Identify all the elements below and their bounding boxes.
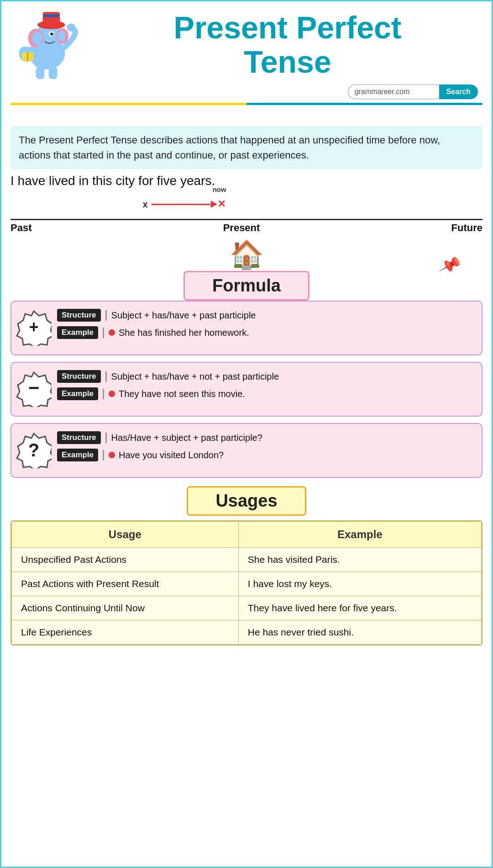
- formula-card-positive: + Structure Subject + has/have + past pa…: [10, 301, 483, 355]
- formula-cards: + Structure Subject + has/have + past pa…: [10, 301, 483, 478]
- usage-cell: Unspecified Past Actions: [12, 548, 239, 572]
- elephant-illustration: [10, 6, 93, 81]
- example-tag: Example: [57, 326, 98, 339]
- formula-heading-wrap: Formula: [1, 271, 492, 301]
- table-row: Actions Continuing Until Now They have l…: [12, 596, 482, 620]
- search-bar-area: Search: [1, 81, 492, 99]
- svg-point-9: [50, 32, 53, 36]
- red-dot-icon: [109, 391, 115, 397]
- example-cell: She has visited Paris.: [238, 548, 481, 572]
- svg-text:?: ?: [28, 440, 39, 460]
- structure-row: Structure Subject + has/have + past part…: [57, 309, 474, 322]
- svg-point-5: [32, 32, 42, 45]
- example-tag: Example: [57, 449, 98, 461]
- table-row: Past Actions with Present Result I have …: [12, 572, 482, 596]
- structure-tag: Structure: [57, 431, 101, 444]
- svg-rect-17: [49, 67, 58, 79]
- example-cell: I have lost my keys.: [238, 572, 481, 596]
- usages-table-wrapper: Usage Example Unspecified Past Actions S…: [10, 520, 483, 646]
- timeline-labels: Past Present Future: [10, 222, 483, 234]
- usages-table: Usage Example Unspecified Past Actions S…: [11, 521, 482, 645]
- question-badge-icon: ?: [16, 433, 52, 468]
- example-column-header: Example: [238, 522, 481, 548]
- search-button[interactable]: Search: [439, 85, 478, 99]
- structure-row: Structure Has/Have + subject + past part…: [57, 431, 474, 444]
- table-row: Life Experiences He has never tried sush…: [12, 620, 482, 645]
- example-text: Have you visited London?: [103, 450, 224, 460]
- divider-line: [10, 103, 483, 105]
- structure-tag: Structure: [57, 370, 101, 383]
- header: Present Perfect Tense: [1, 1, 492, 81]
- usages-heading: Usages: [187, 486, 306, 516]
- svg-point-10: [52, 32, 52, 33]
- svg-text:−: −: [28, 377, 40, 398]
- timeline-section: x now ✕ Past Present Future: [10, 193, 483, 234]
- formula-heading: Formula: [184, 271, 309, 301]
- example-text: They have not seen this movie.: [103, 389, 245, 399]
- svg-rect-12: [43, 12, 60, 26]
- usage-cell: Past Actions with Present Result: [12, 572, 239, 596]
- formula-card-question: ? Structure Has/Have + subject + past pa…: [10, 423, 483, 478]
- table-row: Unspecified Past Actions She has visited…: [12, 548, 482, 572]
- example-cell: They have lived here for five years.: [238, 596, 481, 620]
- structure-tag: Structure: [57, 309, 101, 322]
- red-dot-icon: [109, 329, 115, 336]
- svg-point-15: [67, 24, 75, 32]
- example-row: Example They have not seen this movie.: [57, 387, 474, 400]
- structure-text: Subject + has/have + past participle: [105, 310, 256, 321]
- title-area: Present Perfect Tense: [93, 6, 483, 79]
- structure-text: Has/Have + subject + past participle?: [105, 433, 262, 443]
- structure-row: Structure Subject + has/have + not + pas…: [57, 370, 474, 383]
- x-marker: x: [143, 199, 148, 210]
- usages-heading-wrap: Usages: [10, 486, 483, 516]
- now-x-mark: ✕: [217, 198, 226, 210]
- example-tag: Example: [57, 387, 98, 400]
- example-text: She has finished her homework.: [103, 328, 249, 338]
- svg-rect-14: [43, 15, 59, 17]
- formula-card-negative: − Structure Subject + has/have + not + p…: [10, 362, 483, 417]
- search-input[interactable]: [348, 85, 439, 99]
- svg-rect-16: [36, 67, 45, 79]
- plus-badge-icon: +: [16, 310, 52, 346]
- svg-text:+: +: [29, 318, 38, 336]
- red-dot-icon: [109, 452, 115, 458]
- example-row: Example She has finished her homework.: [57, 326, 474, 339]
- usage-cell: Life Experiences: [12, 620, 239, 645]
- structure-text: Subject + has/have + not + past particip…: [105, 371, 279, 382]
- page-title: Present Perfect Tense: [174, 11, 402, 79]
- table-header-row: Usage Example: [12, 522, 482, 548]
- usage-column-header: Usage: [12, 522, 239, 548]
- now-label: now: [213, 185, 226, 193]
- example-row: Example Have you visited London?: [57, 449, 474, 461]
- usage-cell: Actions Continuing Until Now: [12, 596, 239, 620]
- svg-point-7: [58, 31, 66, 42]
- minus-badge-icon: −: [16, 371, 52, 407]
- example-cell: He has never tried sushi.: [238, 620, 481, 645]
- svg-rect-13: [41, 24, 62, 27]
